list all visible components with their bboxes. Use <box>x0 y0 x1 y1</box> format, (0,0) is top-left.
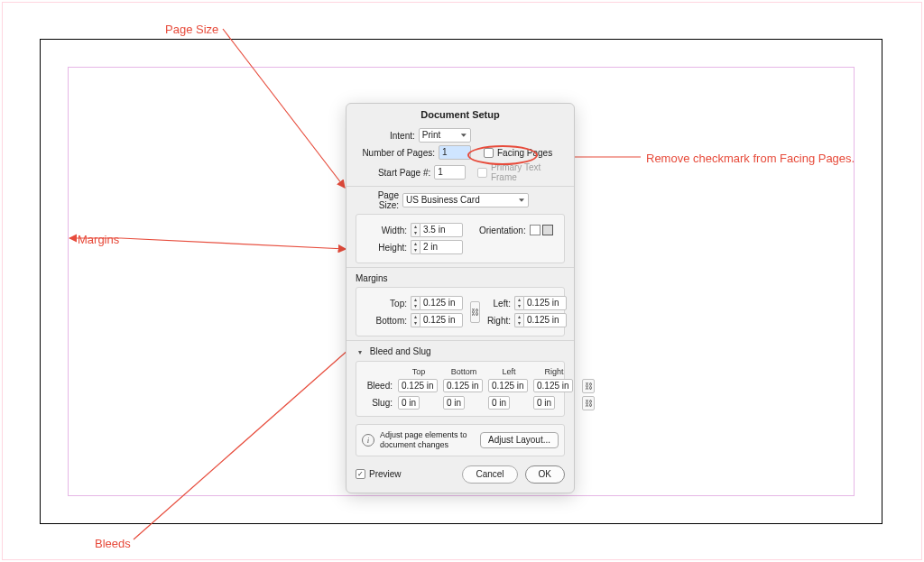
page-size-label: Page Size: <box>356 190 399 210</box>
margin-bottom-stepper[interactable]: ▴▾ <box>411 313 420 327</box>
bleed-top-input[interactable]: 0.125 in <box>398 379 438 392</box>
margin-top-label: Top: <box>364 299 407 309</box>
cancel-button[interactable]: Cancel <box>462 465 517 484</box>
margin-top-input[interactable]: 0.125 in <box>420 296 463 310</box>
margin-right-stepper[interactable]: ▴▾ <box>514 313 523 327</box>
bleed-bottom-input[interactable]: 0.125 in <box>443 379 483 392</box>
annotation-remove-facing: Remove checkmark from Facing Pages. <box>646 152 855 165</box>
intent-select[interactable]: Print <box>419 128 471 143</box>
preview-check[interactable]: Preview <box>356 469 402 479</box>
bleed-row-label: Bleed: <box>360 381 394 391</box>
margins-group-label: Margins <box>356 273 565 283</box>
document-setup-dialog: Document Setup Intent: Print Number of P… <box>346 103 575 493</box>
facing-pages-check[interactable]: Facing Pages <box>484 148 552 158</box>
margin-right-label: Right: <box>484 316 511 326</box>
primary-text-frame-check: Primary Text Frame <box>477 162 565 182</box>
slug-bottom-input[interactable]: 0 in <box>443 396 465 410</box>
margin-left-label: Left: <box>484 299 511 309</box>
page-size-select[interactable]: US Business Card <box>402 193 529 207</box>
orientation-landscape-icon[interactable] <box>542 225 553 235</box>
width-label: Width: <box>364 226 407 235</box>
checkbox-icon <box>477 168 486 178</box>
width-stepper[interactable]: ▴▾ <box>411 223 420 237</box>
disclosure-icon[interactable]: ▾ <box>356 348 365 357</box>
height-input[interactable]: 2 in <box>420 240 463 254</box>
height-stepper[interactable]: ▴▾ <box>411 240 420 254</box>
col-top: Top <box>398 367 439 376</box>
preview-label: Preview <box>369 469 402 479</box>
start-page-label: Start Page #: <box>356 168 430 178</box>
checkbox-icon <box>484 148 494 158</box>
col-left: Left <box>488 367 530 376</box>
checkbox-icon <box>356 469 365 479</box>
bleed-left-input[interactable]: 0.125 in <box>488 379 528 392</box>
margin-bottom-input[interactable]: 0.125 in <box>420 313 463 327</box>
adjust-layout-button[interactable]: Adjust Layout... <box>480 432 559 448</box>
margin-right-input[interactable]: 0.125 in <box>523 313 567 327</box>
annotation-page-size: Page Size <box>165 23 218 36</box>
orientation-portrait-icon[interactable] <box>530 225 541 235</box>
width-input[interactable]: 3.5 in <box>420 223 463 237</box>
height-label: Height: <box>364 243 407 253</box>
slug-row-label: Slug: <box>360 398 394 408</box>
slug-right-input[interactable]: 0 in <box>533 396 555 410</box>
bleed-right-input[interactable]: 0.125 in <box>533 379 573 392</box>
col-bottom: Bottom <box>443 367 485 376</box>
margin-top-stepper[interactable]: ▴▾ <box>411 296 420 310</box>
link-bleed-icon[interactable]: ⛓ <box>582 379 595 393</box>
intent-label: Intent: <box>390 131 415 141</box>
margin-left-stepper[interactable]: ▴▾ <box>514 296 523 310</box>
primary-text-frame-label: Primary Text Frame <box>491 162 565 182</box>
link-slug-icon[interactable]: ⛓ <box>582 396 595 410</box>
ok-button[interactable]: OK <box>525 465 565 484</box>
adjust-text: Adjust page elements to document changes <box>380 430 475 450</box>
col-right: Right <box>533 367 575 376</box>
num-pages-input[interactable]: 1 <box>439 145 471 160</box>
slug-left-input[interactable]: 0 in <box>488 396 510 410</box>
annotation-margins: Margins <box>78 233 119 246</box>
info-icon: i <box>362 434 374 447</box>
orientation-label: Orientation: <box>479 226 526 235</box>
facing-pages-label: Facing Pages <box>497 148 552 158</box>
num-pages-label: Number of Pages: <box>356 148 435 158</box>
link-margins-icon[interactable]: ⛓ <box>470 301 480 323</box>
start-page-input[interactable]: 1 <box>434 165 466 180</box>
slug-top-input[interactable]: 0 in <box>398 396 420 410</box>
bleed-slug-label: Bleed and Slug <box>370 346 431 356</box>
margin-bottom-label: Bottom: <box>364 316 407 326</box>
dialog-title: Document Setup <box>346 104 574 124</box>
margin-left-input[interactable]: 0.125 in <box>523 296 567 310</box>
annotation-bleeds: Bleeds <box>95 537 131 550</box>
